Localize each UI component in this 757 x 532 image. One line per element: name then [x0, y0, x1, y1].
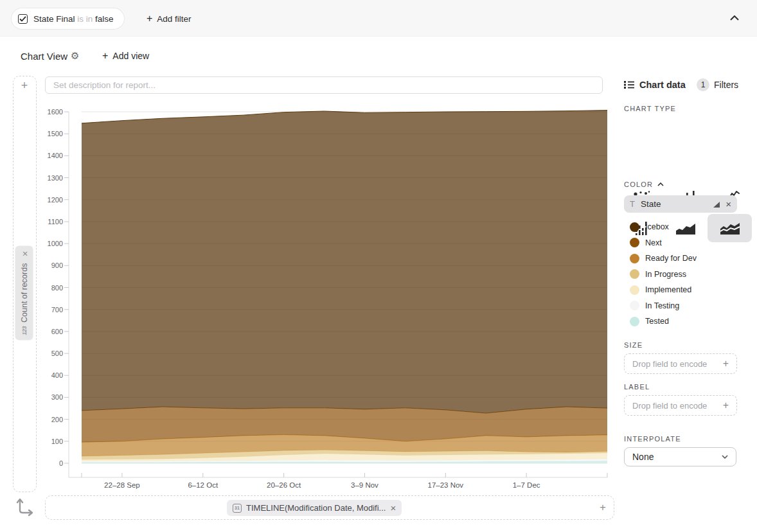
collapse-filter-bar-button[interactable]	[727, 11, 742, 25]
y-tick-label: 300	[51, 393, 63, 401]
x-tick-label: 22–28 Sep	[104, 481, 140, 489]
size-drop-zone[interactable]: Drop field to encode +	[624, 353, 737, 374]
chart-canvas: 0100200300400500600700800900100011001200…	[21, 102, 618, 495]
filter-bar: State Final is in false + Add filter	[0, 0, 757, 37]
legend-color-dot	[630, 238, 639, 247]
legend-item: Next	[630, 235, 697, 251]
panel-header: Chart data	[624, 80, 686, 90]
add-filter-label: Add filter	[157, 14, 191, 24]
chart-type-section-label: CHART TYPE	[624, 105, 676, 112]
filter-value: false	[95, 14, 114, 24]
legend-color-dot	[630, 269, 639, 279]
legend-color-dot	[630, 301, 639, 310]
y-tick-label: 500	[51, 350, 63, 357]
area-series-icebox[interactable]	[82, 111, 607, 413]
gear-icon[interactable]: ⚙	[71, 50, 79, 62]
panel-title: Chart data	[639, 80, 686, 90]
y-tick-label: 800	[51, 284, 63, 292]
chart-data-icon	[624, 80, 634, 89]
filter-field: State Final	[33, 14, 75, 24]
legend-color-dot	[630, 254, 639, 263]
y-tick-label: 700	[51, 306, 63, 314]
remove-color-field-icon[interactable]: ×	[726, 199, 731, 209]
y-tick-label: 1000	[48, 240, 63, 247]
legend-item: Ready for Dev	[630, 251, 697, 267]
x-tick-label: 6–12 Oct	[188, 481, 218, 489]
text-field-icon: T	[630, 199, 635, 209]
x-axis-field-label: TIMELINE(Modification Date, Modifi...	[246, 503, 386, 513]
interpolate-select[interactable]: None	[624, 447, 736, 466]
y-tick-label: 0	[59, 459, 63, 467]
add-filter-button[interactable]: + Add filter	[147, 8, 191, 29]
x-tick-label: 3–9 Nov	[351, 481, 378, 489]
legend-label: In Testing	[645, 301, 679, 310]
chevron-up-icon	[730, 15, 739, 21]
x-tick-label: 20–26 Oct	[267, 481, 301, 489]
size-section-label: SIZE	[624, 341, 643, 349]
legend-label: Implemented	[645, 285, 691, 294]
legend-item: In Progress	[630, 267, 697, 283]
x-tick-label: 17–23 Nov	[427, 481, 463, 489]
label-placeholder: Drop field to encode	[632, 401, 723, 411]
legend-label: Next	[645, 238, 662, 247]
y-tick-label: 1100	[48, 218, 63, 226]
chart-report-app: State Final is in false + Add filter Cha…	[0, 0, 757, 532]
color-field-label: State	[641, 199, 708, 209]
filters-label: Filters	[714, 80, 738, 90]
color-field-pill[interactable]: T State ×	[624, 195, 737, 213]
stacked-area-chart[interactable]: 0100200300400500600700800900100011001200…	[21, 102, 618, 495]
legend-item: Icebox	[630, 219, 697, 235]
filter-checkbox[interactable]	[18, 14, 28, 24]
legend-label: Icebox	[645, 222, 669, 231]
swap-axes-icon[interactable]	[15, 496, 35, 518]
label-drop-zone[interactable]: Drop field to encode +	[624, 395, 737, 416]
color-legend: IceboxNextReady for DevIn ProgressImplem…	[630, 219, 697, 330]
legend-color-dot	[630, 285, 639, 295]
y-tick-label: 1600	[48, 108, 63, 116]
view-name[interactable]: Chart View	[21, 51, 67, 62]
color-section-label: COLOR	[624, 181, 653, 188]
y-tick-label: 200	[51, 416, 63, 423]
stacked-area-icon	[720, 221, 740, 235]
add-view-label: Add view	[112, 51, 149, 61]
add-view-button[interactable]: + Add view	[102, 51, 149, 61]
legend-color-dot	[630, 222, 639, 232]
legend-item: Tested	[630, 314, 697, 330]
legend-label: Ready for Dev	[645, 254, 697, 263]
y-axis-add-field-button[interactable]: +	[19, 80, 30, 91]
filter-condition-pill[interactable]: State Final is in false	[12, 8, 124, 29]
chevron-down-icon	[722, 455, 728, 459]
calendar-field-icon: 31	[233, 504, 242, 513]
chart-type-stacked-area[interactable]	[708, 214, 752, 242]
label-section-label: LABEL	[624, 383, 650, 391]
plus-icon: +	[102, 51, 108, 61]
x-axis-field-pill[interactable]: 31 TIMELINE(Modification Date, Modifi...…	[227, 500, 402, 516]
y-tick-label: 1500	[48, 130, 63, 137]
sort-order-icon[interactable]	[713, 201, 720, 208]
filters-tab[interactable]: 1 Filters	[697, 78, 738, 91]
y-tick-label: 1400	[48, 152, 63, 159]
y-tick-label: 900	[51, 262, 63, 269]
y-tick-label: 100	[51, 438, 63, 445]
remove-x-field-icon[interactable]: ×	[390, 502, 396, 513]
y-tick-label: 1300	[48, 174, 63, 182]
x-axis-drop-zone[interactable]: 31 TIMELINE(Modification Date, Modifi...…	[45, 495, 614, 520]
legend-color-dot	[630, 317, 639, 326]
y-tick-label: 600	[51, 328, 63, 335]
filter-operator: is in	[77, 14, 93, 24]
view-bar: Chart View ⚙ + Add view	[0, 37, 757, 67]
collapse-color-icon[interactable]	[657, 182, 664, 186]
label-add-field-button[interactable]: +	[723, 400, 729, 411]
x-tick-label: 1–7 Dec	[513, 481, 540, 489]
chart-settings-panel: Chart data 1 Filters CHART TYPE COLOR T …	[617, 67, 757, 532]
legend-item: Implemented	[630, 282, 697, 298]
y-tick-label: 400	[51, 371, 63, 379]
y-tick-label: 1200	[48, 196, 63, 204]
plus-icon: +	[147, 13, 152, 24]
checkmark-icon	[19, 16, 26, 22]
size-add-field-button[interactable]: +	[723, 358, 729, 369]
x-axis-add-field-button[interactable]: +	[600, 501, 606, 514]
legend-item: In Testing	[630, 298, 697, 314]
size-placeholder: Drop field to encode	[632, 359, 723, 369]
report-description-input[interactable]	[45, 76, 603, 94]
